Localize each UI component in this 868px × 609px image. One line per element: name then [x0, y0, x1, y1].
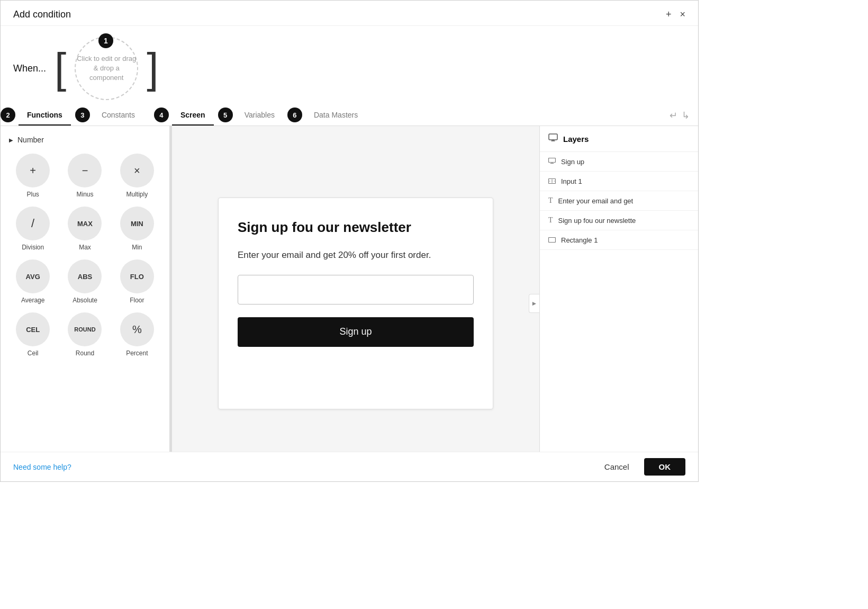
when-section: When... [ Click to edit or drag & drop a…: [1, 26, 698, 100]
preview-subtitle: Enter your email and get 20% off your fi…: [238, 248, 474, 262]
minus-label: Minus: [76, 191, 93, 198]
avg-circle: AVG: [16, 259, 50, 293]
layer-rectangle1-label: Rectangle 1: [561, 236, 598, 244]
round-circle: ROUND: [68, 312, 102, 346]
step-6-badge: 6: [287, 108, 302, 122]
footer-buttons: Cancel OK: [596, 458, 685, 476]
tab-constants[interactable]: Constants: [93, 106, 143, 126]
func-min[interactable]: MIN Min: [113, 207, 161, 251]
bracket-right: ]: [147, 47, 158, 89]
layer-enter-email[interactable]: T Enter your email and get: [540, 191, 698, 211]
header-actions: + ×: [666, 9, 685, 20]
percent-circle: %: [120, 312, 154, 346]
percent-label: Percent: [126, 350, 148, 357]
preview-title: Sign up fou our newsletter: [238, 219, 474, 236]
close-icon[interactable]: ×: [680, 9, 685, 20]
preview-email-input[interactable]: [238, 275, 474, 304]
step-4-badge: 4: [154, 108, 169, 122]
layer-signup[interactable]: Sign up: [540, 152, 698, 172]
tab-variables[interactable]: Variables: [236, 106, 283, 126]
step-3-badge: 3: [75, 108, 90, 122]
func-minus[interactable]: − Minus: [61, 154, 108, 198]
category-label: Number: [17, 136, 44, 144]
layer-rectangle1[interactable]: Rectangle 1: [540, 230, 698, 250]
tab-group-1: 2 Functions 3 Constants: [1, 106, 143, 126]
func-absolute[interactable]: ABS Absolute: [61, 259, 108, 304]
when-label: When...: [13, 63, 46, 74]
tab-group-2: 4 Screen 5 Variables 6 Data Masters: [154, 106, 366, 126]
undo-redo-group: ↵ ↳: [661, 110, 698, 126]
cancel-button[interactable]: Cancel: [596, 458, 638, 476]
floor-label: Floor: [130, 297, 144, 304]
multiply-label: Multiply: [126, 191, 148, 198]
left-panel: ▶ Number + Plus − Minus × Multiply / Div…: [1, 126, 170, 481]
main-content: ▶ Number + Plus − Minus × Multiply / Div…: [1, 126, 698, 481]
tabs-row: 2 Functions 3 Constants 4 Screen 5 Varia…: [1, 106, 698, 126]
undo-icon[interactable]: ↵: [670, 110, 677, 121]
bracket-left: [: [55, 47, 66, 89]
ceil-label: Ceil: [28, 350, 39, 357]
tab-data-masters[interactable]: Data Masters: [305, 106, 366, 126]
func-max[interactable]: MAX Max: [61, 207, 108, 251]
layer-input1-label: Input 1: [561, 177, 582, 185]
help-link[interactable]: Need some help?: [13, 463, 71, 471]
center-panel: Sign up fou our newsletter Enter your em…: [172, 126, 539, 481]
footer: Need some help? Cancel OK: [1, 452, 698, 481]
layers-header: Layers: [540, 126, 698, 152]
text-icon-2: T: [548, 216, 553, 225]
multiply-circle: ×: [120, 154, 154, 187]
redo-icon[interactable]: ↳: [682, 110, 690, 121]
dialog-title: Add condition: [13, 9, 71, 20]
step-5-badge: 5: [218, 108, 233, 122]
svg-rect-3: [549, 238, 556, 243]
func-round[interactable]: ROUND Round: [61, 312, 108, 357]
preview-card: Sign up fou our newsletter Enter your em…: [218, 198, 493, 409]
chevron-icon: ▶: [9, 137, 13, 143]
rect-icon: [548, 236, 556, 244]
minus-circle: −: [68, 154, 102, 187]
abs-circle: ABS: [68, 259, 102, 293]
func-division[interactable]: / Division: [9, 207, 57, 251]
text-icon-1: T: [548, 196, 553, 205]
dialog-header: Add condition + ×: [1, 1, 698, 26]
min-circle: MIN: [120, 207, 154, 240]
func-ceil[interactable]: CEL Ceil: [9, 312, 57, 357]
preview-signup-button[interactable]: Sign up: [238, 317, 474, 347]
func-percent[interactable]: % Percent: [113, 312, 161, 357]
func-multiply[interactable]: × Multiply: [113, 154, 161, 198]
monitor-icon: [548, 133, 558, 144]
step-1-badge: 1: [98, 33, 113, 48]
min-label: Min: [132, 244, 142, 251]
monitor-small-icon: [548, 157, 556, 166]
layer-signup-text-label: Sign up fou our newslette: [558, 217, 636, 225]
plus-circle: +: [16, 154, 50, 187]
flo-circle: FLO: [120, 259, 154, 293]
collapse-arrow[interactable]: ►: [529, 294, 539, 313]
functions-grid: + Plus − Minus × Multiply / Division MAX…: [1, 147, 169, 361]
step-2-badge: 2: [1, 108, 15, 122]
tab-functions[interactable]: Functions: [19, 106, 71, 126]
ok-button[interactable]: OK: [644, 458, 686, 476]
absolute-label: Absolute: [73, 297, 97, 304]
tab-screen[interactable]: Screen: [172, 106, 214, 126]
division-circle: /: [16, 207, 50, 240]
category-number[interactable]: ▶ Number: [1, 132, 169, 147]
round-label: Round: [76, 350, 94, 357]
max-label: Max: [79, 244, 91, 251]
max-circle: MAX: [68, 207, 102, 240]
func-plus[interactable]: + Plus: [9, 154, 57, 198]
input-icon: [548, 177, 556, 185]
func-floor[interactable]: FLO Floor: [113, 259, 161, 304]
add-icon[interactable]: +: [666, 9, 672, 20]
plus-label: Plus: [26, 191, 39, 198]
svg-rect-1: [549, 158, 556, 163]
cel-circle: CEL: [16, 312, 50, 346]
division-label: Division: [22, 244, 44, 251]
svg-rect-0: [549, 134, 557, 140]
layer-signup-label: Sign up: [561, 158, 584, 166]
average-label: Average: [21, 297, 44, 304]
layer-signup-text[interactable]: T Sign up fou our newslette: [540, 211, 698, 230]
right-panel: Layers Sign up Input 1 T Enter your: [539, 126, 698, 481]
func-average[interactable]: AVG Average: [9, 259, 57, 304]
layer-input1[interactable]: Input 1: [540, 172, 698, 191]
